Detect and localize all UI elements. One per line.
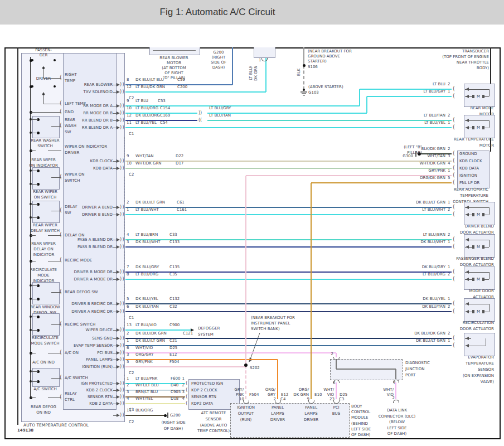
wire-segment: [31, 285, 38, 286]
pin-label: IGNITION: [229, 405, 263, 410]
wire-color-label: LT BLU/GRY: [406, 89, 445, 94]
device-label: SENSOR: [427, 367, 494, 372]
wire-color-label: WHT/YEL: [135, 396, 153, 401]
arrow-left-icon: [466, 245, 469, 249]
note-label: G300: [346, 154, 413, 159]
wire-segment: [31, 371, 38, 372]
wire-color-label: LT BLU/BRN: [135, 232, 158, 237]
wire-segment: [311, 182, 452, 183]
device-label: EVAPORATOR: [427, 355, 494, 360]
input-label: SWITCH: [65, 178, 80, 183]
signal-label: IGN PROTECTED: [65, 381, 113, 386]
input-bracket-icon: (: [60, 123, 62, 128]
wire-segment: [125, 366, 246, 367]
pin-number: 4: [448, 161, 450, 166]
pin-label: KDB CLOCK: [459, 159, 482, 164]
pin-number: 1: [127, 207, 129, 212]
signal-label: DRIVER A MODE DR: [65, 277, 113, 282]
wire-segment: [125, 127, 452, 128]
note-label: "D" PILLAR): [143, 76, 205, 81]
pin-number: 11: [127, 408, 132, 413]
connector-halves-icon: )): [120, 125, 125, 130]
bracket-icon: (: [453, 172, 455, 177]
wire-color-label: DK BLU/LT GRN: [406, 338, 445, 343]
wire-color-label: DK BLU/TAN: [406, 304, 445, 309]
note-label: PORT: [405, 373, 415, 378]
pin-number: 2: [448, 304, 450, 309]
component-label: REAR WIPER: [16, 241, 71, 246]
wire-color-label: DK BLU/ORG: [135, 113, 160, 118]
signal-label: RR BLEND DR B: [65, 118, 113, 123]
input-bracket-icon: (: [60, 232, 62, 237]
wire-segment: [125, 91, 266, 93]
signal-label: SENSOR RTN: [65, 395, 113, 400]
note-label: (RIGHT SIDE: [143, 420, 204, 425]
signal-label: TXV SOLENOID: [65, 90, 113, 95]
signal-label: KDB 2 DATA: [65, 401, 113, 406]
pin-number: 6: [333, 381, 335, 386]
device-label: REAR AUTOMATIC: [427, 187, 488, 192]
pin-number: 6: [127, 304, 129, 309]
arrow-left-icon: [466, 126, 469, 129]
junction-dot: [31, 59, 33, 61]
bracket-icon: (: [453, 300, 455, 306]
rotated-label: BLK: [297, 61, 302, 84]
connector-halves-icon: )): [120, 237, 125, 242]
junction-dot: [303, 89, 305, 91]
pin-number: 5: [127, 297, 129, 302]
input-bracket-icon: (: [60, 174, 62, 179]
pin-number: 3: [127, 240, 129, 245]
wire-color-label: LT BLU/DK GRN: [135, 85, 165, 90]
connector-code: C3: [339, 397, 344, 402]
note-label: OF DASH): [366, 432, 428, 437]
arrow-left-icon: [466, 344, 469, 347]
connector-code: C2: [129, 371, 134, 376]
note-label: G200: [170, 413, 181, 418]
motor-terminal: [472, 278, 474, 281]
note-label: (NEAR BREAKOUT FOR: [251, 316, 295, 321]
pin-number: 8: [127, 272, 129, 277]
motor-terminal: [472, 126, 474, 129]
component-label: A/C ON IND: [16, 360, 71, 365]
input-bracket-icon: (: [60, 207, 62, 212]
pin-number: 4: [127, 232, 129, 237]
wire-segment: [125, 279, 452, 280]
input-label: DRIVER: [65, 151, 79, 156]
input-label: WIPER ON: [65, 172, 84, 177]
wire-segment: [489, 272, 490, 279]
wire-segment: [125, 352, 336, 353]
motor-m-label: M: [477, 212, 480, 217]
connector-halves-icon: )): [120, 343, 125, 348]
wire-segment: [31, 133, 38, 133]
wire-color-label: LT BLU: [406, 82, 445, 87]
pin-label: PROTECTED IGN: [191, 381, 223, 386]
pin-label: PCI: [319, 405, 353, 410]
wire-segment: [125, 246, 452, 248]
inline-connector-icon: ((: [198, 118, 202, 123]
pin-number: 3: [127, 352, 129, 357]
wire-color-label: ORG/: [253, 387, 275, 392]
wire-color-label: WHT/: [312, 387, 334, 392]
signal-label: DRIVER A RECIRC DR: [65, 309, 113, 314]
circuit-code: C154: [160, 106, 170, 111]
component-label: RECIRCULATE: [16, 268, 71, 273]
pin-number: 12: [127, 85, 132, 90]
rotated-label: LT BLU/DK GRN: [249, 62, 259, 84]
wire-segment: [31, 261, 36, 261]
arrow-left-icon: [466, 238, 469, 241]
circuit-code: C53: [158, 99, 166, 104]
motor-terminal: [482, 310, 484, 313]
signal-label: RR MODE DR B: [65, 111, 113, 116]
wire-color-label: DK BLU/LT GRN: [135, 338, 165, 343]
motor-terminal: [472, 95, 474, 98]
wire-segment: [359, 89, 360, 106]
signal-label: EVAP TEMP SENSOR: [65, 343, 113, 348]
component-label: REAR WIPER: [17, 223, 73, 228]
connector-halves-icon: )): [120, 365, 125, 369]
circuit-code: C133: [169, 240, 180, 245]
signal-label: PANEL LAMPS: [65, 357, 113, 362]
motor-terminal: [482, 278, 484, 281]
pin-label: SENSOR RTN: [191, 395, 216, 400]
note-label: (BELOW: [366, 420, 428, 425]
pin-label: BUS: [319, 411, 353, 416]
